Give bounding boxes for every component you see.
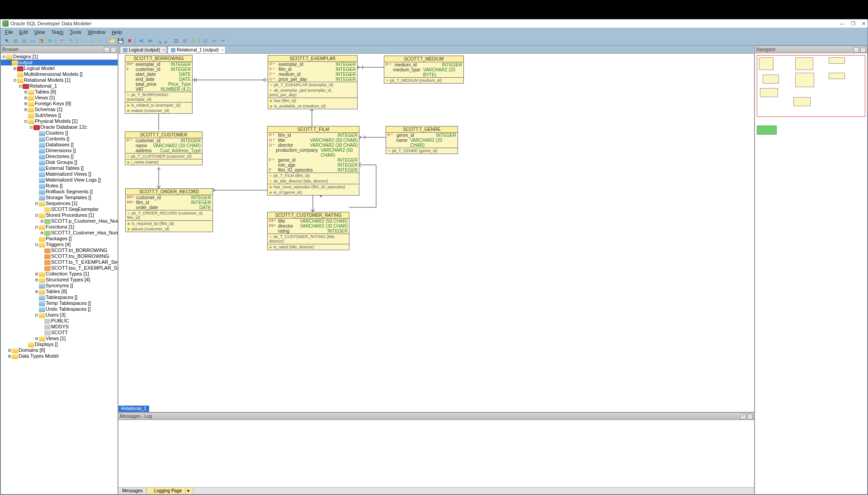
- entity-film[interactable]: SCOTT.T_FILMP *film_idINTEGERU *titleVAR…: [267, 126, 359, 196]
- menu-help[interactable]: Help: [108, 29, 125, 35]
- messages-body: [118, 420, 754, 487]
- menu-file[interactable]: File: [2, 29, 16, 35]
- delete-button[interactable]: ✖: [126, 37, 133, 44]
- maximize-button[interactable]: ❐: [851, 21, 855, 27]
- tab-relational[interactable]: Relational_1 (output)×: [168, 46, 226, 53]
- toolbar: ↖ ▦ ▦ ▭ ⬔ ⟳ ↶ ↷ ⎘ ⎗ ✂ 📁 💾 ✖ ≪ ≫ 🔍 🔎 ⊡ ⊞ …: [0, 36, 868, 46]
- browser-pane: Browser _□ ⊟Designs [1] ⊟output ⊞Logical…: [0, 46, 118, 495]
- paste-button[interactable]: ⎗: [88, 37, 95, 44]
- new-view-tool[interactable]: ▦: [20, 37, 28, 44]
- tab-logical[interactable]: Logical (output)×: [120, 46, 167, 53]
- minimap[interactable]: [757, 55, 865, 117]
- next-button[interactable]: ⇨: [219, 37, 226, 44]
- engineer-fwd[interactable]: ≫: [146, 37, 154, 44]
- entity-genre[interactable]: SCOTT.T_GENREP *genre_idINTEGERnameVARCH…: [386, 126, 458, 154]
- engineer-back[interactable]: ≪: [138, 37, 145, 44]
- table-button[interactable]: ▤: [202, 37, 209, 44]
- messages-pane: Messages - Log ×□ Messages Logging Page …: [118, 412, 755, 495]
- entity-order[interactable]: SCOTT.T_ORDER_RECORDPF*customer_idINTEGE…: [125, 188, 213, 232]
- browser-tree[interactable]: ⊟Designs [1] ⊟output ⊞Logical Model Mult…: [1, 53, 118, 494]
- center-area: Logical (output)× Relational_1 (output)×: [118, 46, 755, 495]
- menu-view[interactable]: View: [31, 29, 48, 35]
- entity-borrowing[interactable]: SCOTT.T_BORROWINGPF*exemplar_idINTEGERFc…: [125, 55, 193, 114]
- pointer-tool[interactable]: ↖: [3, 37, 10, 44]
- entity-customer[interactable]: SCOTT.T_CUSTOMERP *customer_idINTEGERnam…: [125, 131, 203, 165]
- menu-edit[interactable]: Edit: [16, 29, 31, 35]
- app-window: Oracle SQL Developer Data Modeler — ❐ ✕ …: [0, 19, 868, 495]
- entity-exemplar[interactable]: SCOTT.T_EXEMPLARP *exemplar_idINTEGERF *…: [268, 55, 358, 109]
- new-entity-tool[interactable]: ▦: [12, 37, 19, 44]
- pane-max-icon[interactable]: □: [111, 47, 116, 52]
- sync-tool[interactable]: ⟳: [46, 37, 53, 44]
- entity-medium[interactable]: SCOTT.T_MEDIUMP *medium_idINTEGERmedium_…: [384, 56, 464, 84]
- navigator-body[interactable]: [755, 53, 867, 494]
- titlebar: Oracle SQL Developer Data Modeler — ❐ ✕: [0, 19, 868, 28]
- menu-window[interactable]: Window: [85, 29, 108, 35]
- cut-button[interactable]: ✂: [96, 37, 104, 44]
- save-button[interactable]: 💾: [117, 37, 124, 44]
- zoom-out-button[interactable]: 🔎: [164, 37, 171, 44]
- entity-rating[interactable]: SCOTT.T_CUSTOMER_RATINGPF*titleVARCHAR2 …: [267, 212, 349, 250]
- diagram-subtab[interactable]: Relational_1: [118, 406, 149, 412]
- pane-min-icon[interactable]: _: [854, 47, 859, 52]
- folder-button[interactable]: 📁: [108, 37, 116, 44]
- relationship-tool[interactable]: ⬔: [38, 37, 45, 44]
- navigator-pane: Navigator _□: [755, 46, 868, 495]
- layout-button[interactable]: ⊞: [181, 37, 188, 44]
- close-button[interactable]: ✕: [862, 21, 866, 27]
- msgtab-messages[interactable]: Messages: [118, 488, 147, 494]
- fit-screen-button[interactable]: ⊡: [172, 37, 179, 44]
- minimap-highlight: [757, 126, 777, 135]
- menu-tools[interactable]: Tools: [66, 29, 85, 35]
- window-title: Oracle SQL Developer Data Modeler: [10, 21, 91, 26]
- minimize-button[interactable]: —: [840, 21, 844, 27]
- messages-tabs: Messages Logging Page ▾: [118, 487, 754, 494]
- editor-tabs: Logical (output)× Relational_1 (output)×: [118, 46, 755, 53]
- search-button[interactable]: ⊙: [189, 37, 197, 44]
- redo-button[interactable]: ↷: [67, 37, 74, 44]
- copy-button[interactable]: ⎘: [79, 37, 86, 44]
- prev-button[interactable]: ⇦: [210, 37, 217, 44]
- close-icon[interactable]: ×: [163, 47, 165, 54]
- note-tool[interactable]: ▭: [29, 37, 36, 44]
- app-icon: [2, 20, 9, 27]
- menubar: File Edit View Team Tools Window Help: [0, 28, 868, 36]
- diagram-canvas[interactable]: Relational_1 SCOTT.T_BORROWINGPF*exempla…: [118, 53, 755, 412]
- relationship-lines: [118, 54, 754, 412]
- zoom-in-button[interactable]: 🔍: [155, 37, 162, 44]
- browser-header: Browser _□: [1, 46, 118, 53]
- pane-max-icon[interactable]: □: [860, 47, 866, 52]
- menu-team[interactable]: Team: [48, 29, 66, 35]
- msgtab-logging[interactable]: Logging Page ▾: [147, 488, 194, 494]
- pane-max-icon[interactable]: □: [747, 414, 753, 419]
- pane-min-icon[interactable]: _: [104, 47, 109, 52]
- close-icon[interactable]: ×: [741, 414, 746, 419]
- close-icon[interactable]: ×: [222, 47, 224, 54]
- undo-button[interactable]: ↶: [58, 37, 66, 44]
